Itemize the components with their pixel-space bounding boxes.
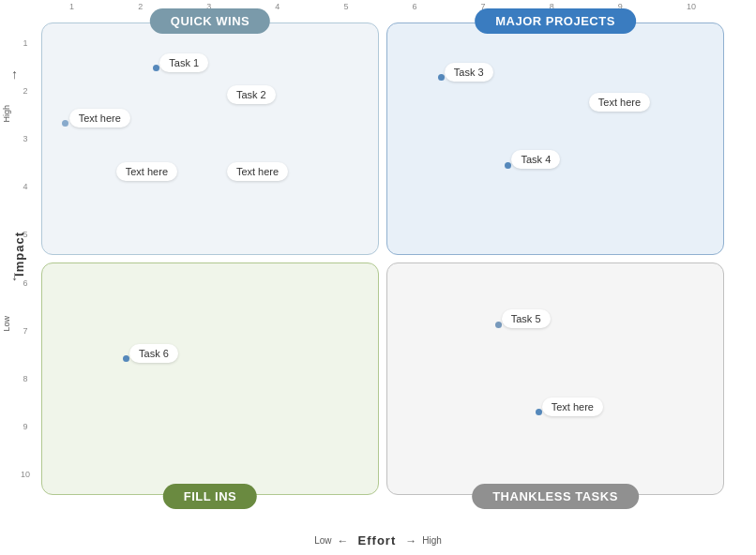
effort-high-label: High [422, 535, 442, 546]
task1-dot [153, 65, 159, 71]
task5-dot [495, 322, 502, 328]
full-wrapper: ↑ High ↓ Low Impact 1 2 3 4 5 6 7 8 9 10… [0, 0, 756, 555]
effort-axis-row: Low ← Effort → High [0, 533, 756, 548]
text-here-br-dot [536, 409, 542, 415]
quadrant-fill-ins: FILL INS Task 6 [41, 262, 379, 495]
major-projects-label: MAJOR PROJECTS [475, 8, 636, 34]
effort-low-label: Low [314, 535, 331, 546]
quadrant-quick-wins: QUICK WINS Task 1 Task 2 Text here [41, 22, 379, 255]
quadrant-major-projects: MAJOR PROJECTS Task 3 Text here Task 4 [386, 22, 724, 255]
effort-right-arrow: → [405, 534, 416, 548]
chart-container: 1 2 3 4 5 6 7 8 9 10 1 2 3 4 5 6 7 8 9 1… [38, 19, 728, 499]
task5-bubble[interactable]: Task 5 [502, 309, 551, 328]
text-here-tl2-bubble[interactable]: Text here [227, 162, 288, 181]
quadrants-grid: QUICK WINS Task 1 Task 2 Text here [38, 19, 728, 499]
task6-dot [123, 355, 129, 362]
quadrant-thankless-tasks: THANKLESS TASKS Task 5 Text here [386, 262, 724, 495]
text-here-tl-bubble[interactable]: Text here [69, 109, 130, 128]
text-here-br-bubble[interactable]: Text here [542, 398, 603, 416]
text-here-tl-dot [62, 120, 68, 127]
task3-bubble[interactable]: Task 3 [445, 63, 493, 82]
task6-bubble[interactable]: Task 6 [129, 344, 178, 363]
y-axis-numbers: 1 2 3 4 5 6 7 8 9 10 [21, 19, 30, 499]
impact-axis-wrapper: Impact [0, 19, 38, 499]
task2-bubble[interactable]: Task 2 [227, 85, 276, 104]
fill-ins-label: FILL INS [163, 484, 257, 509]
task4-dot [505, 162, 511, 169]
quick-wins-label: QUICK WINS [150, 8, 270, 34]
effort-left-arrow: ← [338, 534, 349, 548]
task3-dot [438, 74, 445, 81]
effort-axis-label: Effort [358, 533, 397, 548]
thankless-tasks-label: THANKLESS TASKS [472, 484, 639, 509]
task1-bubble[interactable]: Task 1 [159, 53, 208, 72]
text-here-tl3-bubble[interactable]: Text here [116, 162, 177, 181]
text-here-tr-bubble[interactable]: Text here [589, 93, 650, 112]
task4-bubble[interactable]: Task 4 [511, 150, 560, 169]
